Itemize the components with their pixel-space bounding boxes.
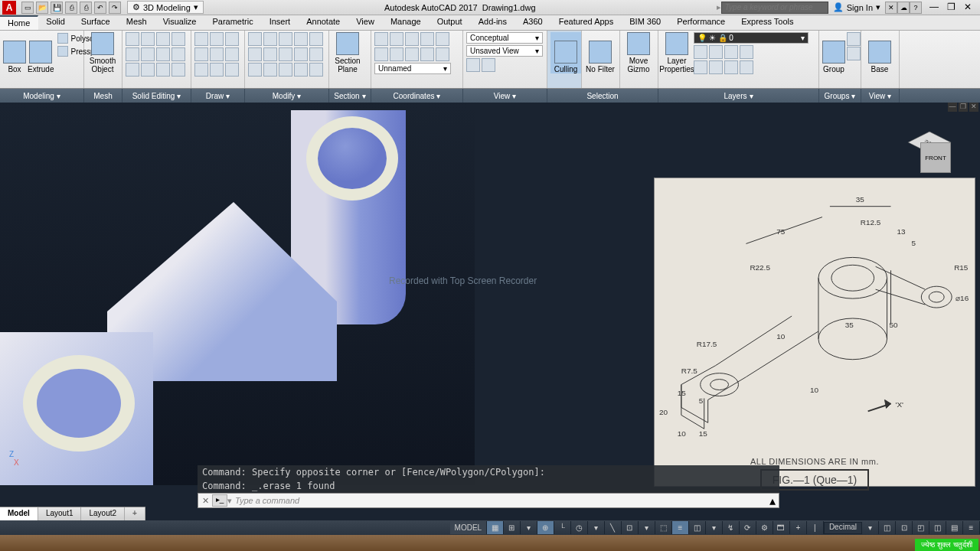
arc-icon[interactable] (194, 47, 208, 61)
dynamic-input-icon[interactable]: ⊕ (537, 521, 554, 534)
window-minimize-button[interactable]: — (926, 2, 942, 14)
rotate3d-icon[interactable] (294, 63, 308, 77)
ucs-z-icon[interactable] (405, 32, 419, 46)
panel-label[interactable]: Section ▾ (329, 89, 371, 103)
quickprops-icon[interactable]: ◫ (879, 521, 896, 534)
tab-solid[interactable]: Solid (38, 15, 73, 30)
subtract-icon[interactable] (141, 32, 155, 46)
polar-icon[interactable]: ◷ (571, 521, 588, 534)
layer-freeze-icon[interactable] (709, 45, 723, 59)
visual-style-dropdown[interactable]: Conceptual▾ (466, 32, 543, 44)
separate-icon[interactable] (172, 47, 185, 61)
culling-button[interactable]: Culling (550, 32, 581, 73)
window-close-button[interactable]: ✕ (960, 2, 975, 14)
layout-tab-layout1[interactable]: Layout1 (38, 507, 82, 520)
qat-save-icon[interactable]: 💾 (51, 2, 63, 14)
ungroup-icon[interactable] (847, 32, 861, 46)
extract-icon[interactable] (156, 63, 170, 77)
line-icon[interactable] (194, 32, 208, 46)
tab-manage[interactable]: Manage (383, 15, 430, 30)
qat-undo-icon[interactable]: ↶ (94, 2, 106, 14)
align-icon[interactable] (279, 63, 292, 77)
ucs-y-icon[interactable] (390, 47, 403, 61)
help-icon[interactable]: ? (910, 2, 922, 14)
layer-current-dropdown[interactable]: 💡 ☀ 🔒 0▾ (694, 32, 808, 44)
command-close-icon[interactable]: ✕ (198, 496, 212, 506)
array-icon[interactable] (294, 47, 308, 61)
ucs-obj-icon[interactable] (420, 47, 434, 61)
panel-label[interactable]: Mesh (84, 89, 122, 103)
workspace-icon[interactable]: ⚙ (756, 521, 773, 534)
command-expand-icon[interactable]: ▴ (766, 494, 779, 508)
workspace-switcher[interactable]: ⚙ 3D Modeling ▾ (127, 1, 204, 14)
ucs-zz-icon[interactable] (405, 47, 419, 61)
layout-tab-model[interactable]: Model (0, 507, 38, 520)
tab-visualize[interactable]: Visualize (155, 15, 205, 30)
layer-unlock-icon[interactable] (724, 60, 738, 74)
stretch-icon[interactable] (279, 32, 292, 46)
groupedit-icon[interactable] (847, 47, 861, 60)
panel-label[interactable]: View ▾ (463, 89, 547, 103)
offset-icon[interactable] (263, 63, 277, 77)
layout-tab-layout2[interactable]: Layout2 (81, 507, 125, 520)
layer-thaw-icon[interactable] (709, 60, 723, 74)
panel-label[interactable]: Modify ▾ (245, 89, 329, 103)
a360-icon[interactable]: ☁ (897, 2, 910, 14)
osnap-icon[interactable]: ⊡ (622, 521, 639, 534)
section-button[interactable]: Section Plane (332, 32, 363, 73)
tab-parametric[interactable]: Parametric (204, 15, 261, 30)
ucs-x-icon[interactable] (374, 47, 388, 61)
qat-redo-icon[interactable]: ↷ (109, 2, 121, 14)
tab-mesh[interactable]: Mesh (119, 15, 155, 30)
slice-icon[interactable] (172, 32, 185, 46)
plus-icon[interactable]: + (790, 521, 807, 534)
qat-open-icon[interactable]: 📂 (36, 2, 48, 14)
point-icon[interactable] (225, 47, 239, 61)
tpy-dd-icon[interactable]: ▾ (706, 521, 723, 534)
signin-button[interactable]: 👤 Sign In ▾ (828, 2, 885, 12)
rotate-icon[interactable] (294, 32, 308, 46)
intersect-icon[interactable] (156, 32, 170, 46)
tpy-icon[interactable]: ◫ (689, 521, 706, 534)
panel-label[interactable]: Selection (547, 89, 658, 103)
lwt-icon[interactable]: ≡ (672, 521, 689, 534)
shell-icon[interactable] (156, 47, 170, 61)
help-search-input[interactable] (721, 2, 828, 14)
tab-home[interactable]: Home (0, 15, 38, 30)
scale-icon[interactable] (263, 47, 277, 61)
panel-label[interactable]: Groups ▾ (819, 89, 861, 103)
ucs-view-icon[interactable] (436, 47, 449, 61)
hw-icon[interactable]: ◫ (929, 521, 946, 534)
ucs-3p-icon[interactable] (420, 32, 434, 46)
viewport-minimize-icon[interactable]: — (948, 103, 957, 112)
gizmo-button[interactable]: Move Gizmo (623, 32, 654, 73)
ucs-icon[interactable] (374, 32, 388, 46)
ortho-icon[interactable]: └ (554, 521, 571, 534)
ellipse-icon[interactable] (210, 63, 224, 77)
trim-icon[interactable] (309, 32, 323, 46)
infer-icon[interactable]: ▾ (521, 521, 537, 534)
extrude-button[interactable]: Extrude (28, 32, 54, 73)
exchange-icon[interactable]: ✕ (885, 2, 897, 14)
app-logo[interactable]: A (2, 1, 16, 15)
fillet-icon[interactable] (279, 47, 292, 61)
smooth-button[interactable]: Smooth Object (87, 32, 118, 73)
panel-label[interactable]: View ▾ (861, 89, 900, 103)
tab-annotate[interactable]: Annotate (299, 15, 348, 30)
layerprops-button[interactable]: Layer Properties (662, 32, 692, 73)
panel-label[interactable]: Draw ▾ (191, 89, 245, 103)
command-input[interactable]: Type a command (232, 496, 766, 505)
units-dropdown[interactable]: Decimal (824, 522, 862, 534)
view-dropdown[interactable]: Unsaved View▾ (466, 45, 543, 57)
panel-label[interactable]: Layers ▾ (658, 89, 819, 103)
qat-saveas-icon[interactable]: ⎙ (65, 2, 77, 14)
viewport-icon[interactable] (466, 58, 480, 72)
spline-icon[interactable] (194, 63, 208, 77)
customize-icon[interactable]: ≡ (963, 521, 980, 534)
window-maximize-button[interactable]: ❐ (943, 2, 959, 14)
union-icon[interactable] (126, 32, 139, 46)
copy-icon[interactable] (263, 32, 277, 46)
panel-label[interactable]: Coordinates ▾ (371, 89, 463, 103)
lock-ui-icon[interactable]: ⊡ (896, 521, 913, 534)
panel-label[interactable]: Solid Editing ▾ (122, 89, 191, 103)
